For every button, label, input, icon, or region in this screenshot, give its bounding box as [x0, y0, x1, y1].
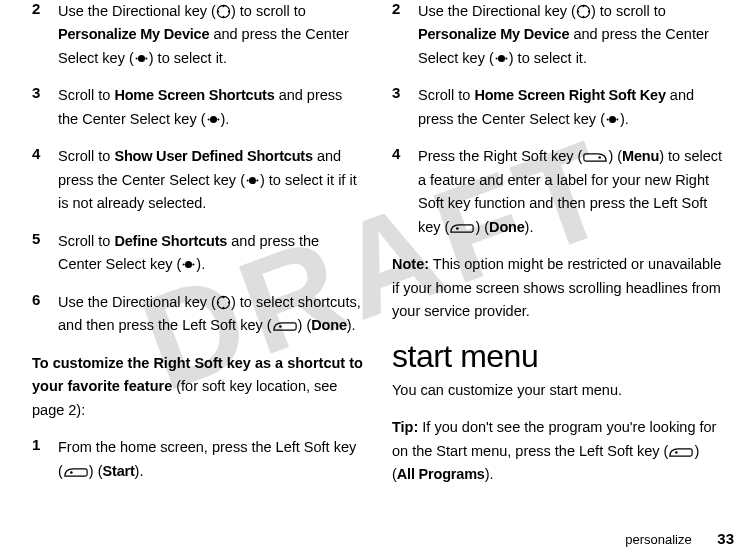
instruction-step: 4 Scroll to Show User Defined Shortcuts … [32, 145, 364, 215]
instruction-step: 2 Use the Directional key () to scroll t… [32, 0, 364, 70]
center-select-icon [181, 257, 196, 272]
tip-paragraph: Tip: If you don't see the program you're… [392, 416, 724, 486]
step-number: 2 [392, 0, 418, 70]
right-soft-key-icon [582, 151, 608, 164]
instruction-step: 3 Scroll to Home Screen Right Soft Key a… [392, 84, 724, 131]
body-text: ) ( [298, 317, 312, 333]
step-number: 2 [32, 0, 58, 70]
directional-key-icon [216, 4, 231, 19]
directional-key-icon [216, 295, 231, 310]
ui-label: Home Screen Right Soft Key [474, 87, 665, 103]
note-paragraph: Note: This option might be restricted or… [392, 253, 724, 323]
body-text: ) ( [475, 219, 489, 235]
center-select-icon [206, 112, 221, 127]
body-text: Use the Directional key ( [418, 3, 576, 19]
body-text: ). [196, 256, 205, 272]
body-text: ) to select it. [509, 50, 587, 66]
center-select-icon [605, 112, 620, 127]
instruction-step: 5 Scroll to Define Shortcuts and press t… [32, 230, 364, 277]
body-text: ) ( [89, 463, 103, 479]
step-text: Press the Right Soft key () (Menu) to se… [418, 145, 724, 239]
center-select-icon [494, 51, 509, 66]
ui-label: Done [489, 219, 524, 235]
body-text: ) ( [608, 148, 622, 164]
ui-label: Menu [622, 148, 659, 164]
body-text: Use the Directional key ( [58, 294, 216, 310]
body-text: ) to scroll to [591, 3, 666, 19]
paragraph: To customize the Right Soft key as a sho… [32, 352, 364, 422]
body-text: ). [135, 463, 144, 479]
ui-label: All Programs [397, 466, 485, 482]
center-select-icon [245, 173, 260, 188]
instruction-step: 4 Press the Right Soft key () (Menu) to … [392, 145, 724, 239]
step-text: Scroll to Home Screen Right Soft Key and… [418, 84, 724, 131]
body-text: ). [221, 111, 230, 127]
left-soft-key-icon [668, 446, 694, 459]
center-select-icon [134, 51, 149, 66]
instruction-step: 2 Use the Directional key () to scroll t… [392, 0, 724, 70]
step-number: 1 [32, 436, 58, 483]
left-soft-key-icon [63, 466, 89, 479]
body-text: ). [485, 466, 494, 482]
ui-label: Start [103, 463, 135, 479]
step-text: Scroll to Define Shortcuts and press the… [58, 230, 364, 277]
section-heading: start menu [392, 338, 724, 375]
body-text: Scroll to [58, 87, 114, 103]
body-text: ). [525, 219, 534, 235]
intro-paragraph: You can customize your start menu. [392, 379, 724, 402]
body-text: ). [620, 111, 629, 127]
left-column: 2 Use the Directional key () to scroll t… [18, 0, 378, 553]
step-text: Use the Directional key () to scroll to … [58, 0, 364, 70]
left-soft-key-icon [449, 222, 475, 235]
step-text: From the home screen, press the Left Sof… [58, 436, 364, 483]
note-label: Note: [392, 256, 429, 272]
step-number: 3 [392, 84, 418, 131]
ui-label: Done [311, 317, 346, 333]
left-soft-key-icon [272, 320, 298, 333]
body-text: Scroll to [58, 233, 114, 249]
step-number: 5 [32, 230, 58, 277]
instruction-step: 3 Scroll to Home Screen Shortcuts and pr… [32, 84, 364, 131]
step-number: 4 [32, 145, 58, 215]
body-text: Use the Directional key ( [58, 3, 216, 19]
ui-label: Show User Defined Shortcuts [114, 148, 312, 164]
body-text: ) to scroll to [231, 3, 306, 19]
step-number: 3 [32, 84, 58, 131]
ui-label: Personalize My Device [58, 26, 209, 42]
body-text: Scroll to [418, 87, 474, 103]
tip-label: Tip: [392, 419, 418, 435]
page-content: 2 Use the Directional key () to scroll t… [0, 0, 756, 553]
step-text: Scroll to Show User Defined Shortcuts an… [58, 145, 364, 215]
right-column: 2 Use the Directional key () to scroll t… [378, 0, 738, 553]
ui-label: Define Shortcuts [114, 233, 227, 249]
step-text: Use the Directional key () to select sho… [58, 291, 364, 338]
body-text: ). [347, 317, 356, 333]
step-number: 6 [32, 291, 58, 338]
step-text: Scroll to Home Screen Shortcuts and pres… [58, 84, 364, 131]
instruction-step: 1 From the home screen, press the Left S… [32, 436, 364, 483]
body-text: Press the Right Soft key ( [418, 148, 582, 164]
instruction-step: 6 Use the Directional key () to select s… [32, 291, 364, 338]
ui-label: Personalize My Device [418, 26, 569, 42]
note-text: This option might be restricted or unava… [392, 256, 721, 319]
body-text: ) to select it. [149, 50, 227, 66]
step-number: 4 [392, 145, 418, 239]
step-text: Use the Directional key () to scroll to … [418, 0, 724, 70]
ui-label: Home Screen Shortcuts [114, 87, 274, 103]
directional-key-icon [576, 4, 591, 19]
body-text: Scroll to [58, 148, 114, 164]
